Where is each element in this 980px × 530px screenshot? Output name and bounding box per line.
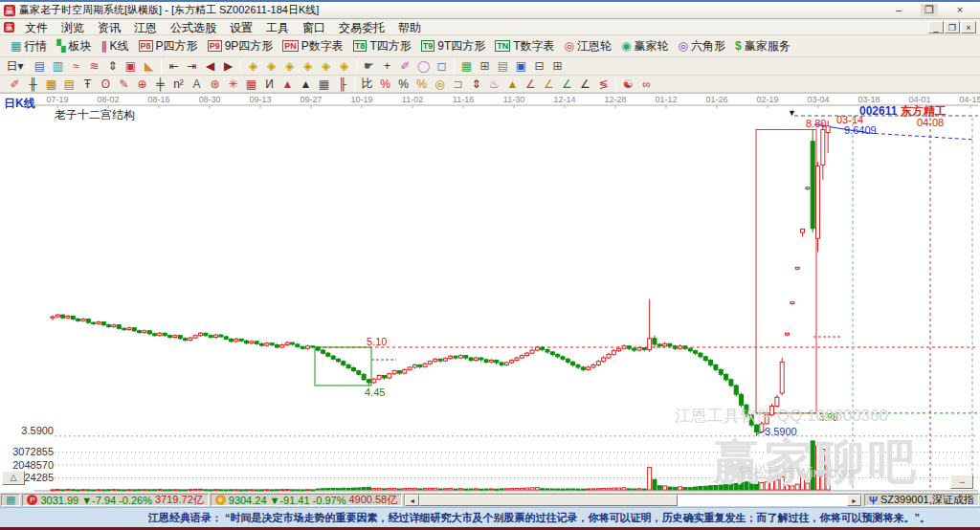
star-burst-tool[interactable]: ✳ xyxy=(224,76,242,92)
tool-9p-square-button[interactable]: P99P四方形 xyxy=(203,36,278,56)
angle-line-dark-tool[interactable]: ∠ xyxy=(576,76,594,92)
tool-p-square-button[interactable]: P8P四方形 xyxy=(134,36,203,56)
tool-9t-square-button[interactable]: T99T四方形 xyxy=(416,36,491,56)
tool-t-square-button[interactable]: T8T四方形 xyxy=(348,36,416,56)
percent-tool[interactable]: % xyxy=(394,76,412,92)
memo-icon[interactable]: ▤ xyxy=(494,58,512,75)
hand-tool[interactable]: ☛ xyxy=(360,58,378,75)
first-bar-button[interactable]: ⇤ xyxy=(165,58,183,75)
measure-tool[interactable]: ✐ xyxy=(396,58,414,75)
tool-winner-service-button[interactable]: $赢家服务 xyxy=(730,36,795,56)
hash-grid-tool[interactable]: ╪ xyxy=(151,76,169,92)
gann-grid-tool[interactable]: ▤ xyxy=(60,76,78,92)
chart-area[interactable]: 07-1908-0208-1608-3009-1309-2710-1911-02… xyxy=(0,93,980,492)
calendar-icon[interactable]: ▦ xyxy=(457,58,476,75)
diamond-tool-6[interactable]: ◈ xyxy=(335,58,353,75)
angle-line-gold-tool[interactable]: ∠ xyxy=(540,76,558,92)
taiji-tool[interactable]: ☯ xyxy=(619,76,637,92)
tool-winner-wheel-button[interactable]: ◉赢家轮 xyxy=(616,36,673,56)
menu-帮助[interactable]: 帮助 xyxy=(391,21,428,34)
sz-index-cell[interactable]: ¥ 9304.24 ▼-91.41 -0.97% 4900.58亿 xyxy=(211,494,402,506)
print-preview-icon[interactable]: ⊞ xyxy=(548,58,567,75)
menu-工具[interactable]: 工具 xyxy=(259,21,296,34)
matrix-box-tool[interactable]: ▦ xyxy=(242,76,260,92)
ratio-table-tool[interactable]: 比 xyxy=(358,76,376,92)
menu-浏览[interactable]: 浏览 xyxy=(55,21,91,34)
menu-公式选股[interactable]: 公式选股 xyxy=(164,21,223,34)
close-button[interactable]: × xyxy=(951,4,969,16)
diamond-tool-2[interactable]: ◈ xyxy=(262,58,280,75)
diamond-tool-1[interactable]: ◈ xyxy=(244,58,262,75)
period-day-selector[interactable]: 日▾ xyxy=(6,58,24,75)
last-bar-button[interactable]: ⇥ xyxy=(183,58,201,75)
angle-line-green-tool[interactable]: ∠ xyxy=(558,76,576,92)
color-marker-icon[interactable]: ◣ xyxy=(140,58,158,75)
statusbar-grid-icon-cell[interactable]: ▦ xyxy=(1,494,20,506)
scale-toggle-icon[interactable]: ⇕ xyxy=(103,58,122,75)
tool-hexagon-button[interactable]: ◎六角形 xyxy=(674,36,730,56)
n2-grid-tool[interactable]: n² xyxy=(169,76,188,92)
golden-box-tool[interactable]: ⊐ xyxy=(449,76,467,92)
prev-bar-button[interactable]: ◀ xyxy=(201,58,219,75)
restore-button[interactable]: ❐ xyxy=(921,4,938,16)
mdi-restore-button[interactable]: ❐ xyxy=(945,21,960,33)
percent-slash-tool[interactable]: % xyxy=(376,76,394,92)
wave-infinity-tool[interactable]: ∞ xyxy=(637,76,656,92)
mdi-close-button[interactable]: × xyxy=(961,21,976,33)
tool-quotes-button[interactable]: ▦行情 xyxy=(6,36,52,56)
red-tower-tool[interactable]: ▲ xyxy=(278,76,297,92)
chart-window-icon[interactable]: ▤ xyxy=(31,58,49,75)
printer-icon[interactable]: ⊟ xyxy=(530,58,548,75)
zigzag-small-icon[interactable]: ≈ xyxy=(67,58,85,75)
calculator-icon[interactable]: ⊞ xyxy=(476,58,494,75)
zigzag-large-icon[interactable]: ≋ xyxy=(85,58,103,75)
tool-gann-wheel-button[interactable]: ◎江恩轮 xyxy=(560,36,616,56)
minimize-button[interactable]: – xyxy=(890,4,907,16)
gold-tower-tool[interactable]: ▲ xyxy=(503,76,522,92)
period-label[interactable]: 日K线 xyxy=(4,98,35,110)
menu-资讯[interactable]: 资讯 xyxy=(91,21,127,34)
a-slash-tool[interactable]: A xyxy=(188,76,206,92)
ellipse-tool[interactable]: ◯ xyxy=(414,58,433,75)
scroll-reset-button[interactable]: → xyxy=(950,475,973,489)
gann-grid-gold-tool[interactable]: ▦ xyxy=(42,76,60,92)
angle-line-red-tool[interactable]: ∠ xyxy=(522,76,540,92)
candlestick-chart[interactable]: 07-1908-0208-1608-3009-1309-2710-1911-02… xyxy=(0,94,980,493)
grid-window-tool[interactable]: ▦ xyxy=(315,76,333,92)
scroll-left-arrow[interactable]: ◄ xyxy=(405,495,419,506)
angle-pen-tool[interactable]: ✎ xyxy=(115,76,133,92)
golden-section-tool[interactable]: ◎ xyxy=(431,76,449,92)
tool-kline-button[interactable]: ∥K线 xyxy=(97,36,134,56)
kettle-tool[interactable]: ♨ xyxy=(485,76,503,92)
scrollbar-thumb[interactable] xyxy=(419,495,678,506)
circle-cross-tool[interactable]: ⊕ xyxy=(133,76,151,92)
menu-江恩[interactable]: 江恩 xyxy=(127,21,164,34)
diamond-tool-4[interactable]: ◈ xyxy=(299,58,317,75)
width-marks-tool[interactable]: ╟ xyxy=(333,76,351,92)
updown-flag-tool[interactable]: ⇕ xyxy=(467,76,485,92)
quote-doc-icon[interactable]: ▥ xyxy=(49,58,67,75)
save-icon[interactable]: ▣ xyxy=(512,58,530,75)
tool-sectors-button[interactable]: ▚板块 xyxy=(52,36,96,56)
kline-style-icon[interactable]: ▣ xyxy=(122,58,140,75)
note-tool[interactable]: ◻ xyxy=(433,58,451,75)
expand-pane-button[interactable]: △ xyxy=(2,471,25,485)
next-bar-button[interactable]: ▶ xyxy=(219,58,237,75)
rail-line-tool[interactable]: ╫ xyxy=(24,76,42,92)
scroll-right-arrow[interactable]: ► xyxy=(847,495,861,506)
sh-index-cell[interactable]: P 3031.99 ▼-7.94 -0.26% 3719.72亿 xyxy=(22,494,208,506)
tool-t-table-button[interactable]: TNT数字表 xyxy=(490,36,559,56)
gann-circle-tool[interactable]: ⊛ xyxy=(206,76,224,92)
menu-交易委托[interactable]: 交易委托 xyxy=(332,21,391,34)
diamond-tool-5[interactable]: ◈ xyxy=(317,58,335,75)
horizontal-scrollbar[interactable]: ◄ ► xyxy=(404,494,862,506)
price-frame-tool[interactable]: Ŧ xyxy=(78,76,97,92)
dark-tower-tool[interactable]: ▲ xyxy=(297,76,315,92)
menu-设置[interactable]: 设置 xyxy=(223,21,259,34)
menu-窗口[interactable]: 窗口 xyxy=(296,21,332,34)
wave-mark-tool[interactable]: И xyxy=(260,76,278,92)
tool-p-table-button[interactable]: PNP数字表 xyxy=(278,36,348,56)
menu-文件[interactable]: 文件 xyxy=(18,21,55,34)
crosshair-tool[interactable]: + xyxy=(378,58,396,75)
diamond-tool-3[interactable]: ◈ xyxy=(280,58,299,75)
